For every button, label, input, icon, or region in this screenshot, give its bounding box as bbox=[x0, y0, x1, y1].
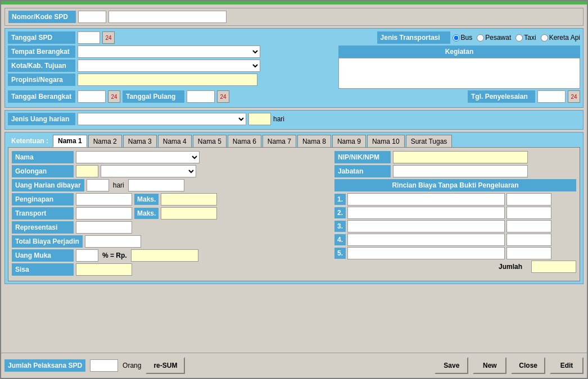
tgl-penyelesaian-calendar[interactable]: 24 bbox=[568, 90, 580, 103]
rincian-desc-4[interactable] bbox=[347, 234, 505, 246]
hari-label: hari bbox=[273, 115, 284, 123]
radio-pesawat[interactable]: Pesawat bbox=[477, 34, 511, 42]
main-top-panel: Tanggal SPD 24 Jenis Transportasi Bus Pe… bbox=[4, 28, 584, 108]
kegiatan-label: Kegiatan bbox=[338, 45, 580, 58]
tab-nama10[interactable]: Nama 10 bbox=[367, 135, 405, 147]
tab-nama6[interactable]: Nama 6 bbox=[228, 135, 261, 147]
tgl-penyelesaian-label: Tgl. Penyelesaian bbox=[468, 90, 535, 103]
tabs-panel: Ketentuan : Nama 1 Nama 2 Nama 3 Nama 4 … bbox=[4, 132, 584, 284]
tanggal-spd-calendar[interactable]: 24 bbox=[102, 31, 115, 44]
uang-dibayar-hari: hari bbox=[113, 181, 124, 189]
pct-rp-label: % = Rp. bbox=[102, 252, 127, 259]
penginapan-maks-input[interactable] bbox=[161, 193, 217, 206]
uang-dibayar-input[interactable] bbox=[87, 179, 109, 191]
transport-input[interactable] bbox=[76, 207, 132, 220]
tab-nama2[interactable]: Nama 2 bbox=[88, 135, 122, 147]
representasi-row: Representasi bbox=[12, 221, 330, 234]
sisa-input[interactable] bbox=[76, 263, 132, 276]
rincian-header: Rincian Biaya Tanpa Bukti Pengeluaran bbox=[334, 179, 576, 191]
golongan-input1[interactable] bbox=[76, 165, 98, 177]
total-biaya-row: Total Biaya Perjadin bbox=[12, 235, 330, 248]
tempat-berangkat-label: Tempat Berangkat bbox=[8, 45, 75, 58]
tanggal-berangkat-calendar[interactable]: 24 bbox=[108, 90, 120, 103]
kegiatan-textarea[interactable] bbox=[338, 58, 580, 89]
radio-keretaapi-label: Kereta Api bbox=[549, 34, 580, 42]
jumlah-pelaksana-input[interactable] bbox=[90, 359, 118, 372]
main-window: Nomor/Kode SPD Tanggal SPD 24 Jenis Tran… bbox=[0, 0, 588, 379]
radio-pesawat-input[interactable] bbox=[477, 34, 484, 42]
nama-select[interactable] bbox=[76, 151, 200, 163]
transport-row: Transport Maks. bbox=[12, 207, 330, 220]
uang-muka-pct[interactable] bbox=[76, 249, 98, 262]
rincian-val-3[interactable] bbox=[506, 220, 551, 232]
nama-label: Nama bbox=[12, 151, 74, 163]
tempat-kegiatan-row: Tempat Berangkat Kota/Kab. Tujuan Propin… bbox=[8, 45, 580, 90]
new-button[interactable]: New bbox=[473, 357, 506, 374]
tab-content-area: Nama Golongan Uang Hari bbox=[8, 147, 580, 281]
uang-dibayar-row: Uang Harian dibayar hari bbox=[12, 179, 330, 191]
spd-number-label: Nomor/Kode SPD bbox=[8, 11, 76, 23]
transport-maks-input[interactable] bbox=[161, 207, 217, 220]
representasi-input[interactable] bbox=[76, 221, 132, 234]
tanggal-pulang-input[interactable] bbox=[187, 90, 215, 103]
radio-taxi[interactable]: Taxi bbox=[515, 34, 536, 42]
spd-number-field1[interactable] bbox=[78, 11, 106, 23]
rincian-val-5[interactable] bbox=[506, 247, 551, 259]
propinsi-input[interactable] bbox=[78, 74, 257, 86]
rincian-desc-3[interactable] bbox=[347, 220, 505, 232]
save-button[interactable]: Save bbox=[435, 357, 468, 374]
jabatan-input[interactable] bbox=[393, 165, 528, 177]
kota-tujuan-select[interactable] bbox=[78, 60, 260, 72]
hari-value-input[interactable] bbox=[248, 113, 271, 125]
content-area: Nomor/Kode SPD Tanggal SPD 24 Jenis Tran… bbox=[1, 4, 587, 353]
radio-taxi-input[interactable] bbox=[515, 34, 523, 42]
golongan-select[interactable] bbox=[101, 165, 196, 177]
jenis-uang-select[interactable] bbox=[78, 113, 246, 125]
uang-muka-rp[interactable] bbox=[131, 249, 198, 262]
tempat-row: Tempat Berangkat bbox=[8, 45, 334, 58]
tanggal-spd-label: Tanggal SPD bbox=[8, 31, 75, 44]
rincian-row-2: 2. bbox=[334, 207, 576, 219]
radio-keretaapi[interactable]: Kereta Api bbox=[541, 34, 580, 42]
edit-button[interactable]: Edit bbox=[550, 357, 584, 374]
tab-nama3[interactable]: Nama 3 bbox=[123, 135, 157, 147]
left-form-col: Nama Golongan Uang Hari bbox=[12, 151, 330, 277]
radio-bus-input[interactable] bbox=[453, 34, 460, 42]
resum-button[interactable]: re-SUM bbox=[146, 357, 185, 374]
close-button[interactable]: Close bbox=[511, 357, 545, 374]
tanggal-spd-input[interactable] bbox=[78, 31, 100, 44]
spd-number-field2[interactable] bbox=[108, 11, 227, 23]
ketentuan-label: Ketentuan : bbox=[8, 135, 52, 147]
rincian-desc-5[interactable] bbox=[347, 247, 505, 259]
total-biaya-input[interactable] bbox=[85, 235, 141, 248]
jumlah-label: Jumlah bbox=[495, 261, 529, 273]
jumlah-pelaksana-label: Jumlah Pelaksana SPD bbox=[4, 359, 85, 372]
tgl-penyelesaian-input[interactable] bbox=[537, 90, 566, 103]
penginapan-input[interactable] bbox=[76, 193, 132, 206]
tab-surat-tugas[interactable]: Surat Tugas bbox=[406, 135, 453, 147]
tempat-berangkat-select[interactable] bbox=[78, 45, 260, 58]
rincian-val-4[interactable] bbox=[506, 234, 551, 246]
kegiatan-col: Kegiatan bbox=[338, 45, 580, 90]
uang-dibayar-total[interactable] bbox=[128, 179, 184, 191]
tab-nama8[interactable]: Nama 8 bbox=[297, 135, 331, 147]
rincian-desc-2[interactable] bbox=[347, 207, 505, 219]
tab-nama1[interactable]: Nama 1 bbox=[53, 135, 87, 147]
tanggal-pulang-calendar[interactable]: 24 bbox=[217, 90, 229, 103]
radio-bus-label: Bus bbox=[461, 34, 473, 42]
nip-input[interactable] bbox=[393, 151, 528, 163]
total-biaya-label: Total Biaya Perjadin bbox=[12, 235, 83, 248]
rincian-val-1[interactable] bbox=[506, 193, 551, 206]
uang-harian-row: Jenis Uang harian hari bbox=[8, 113, 580, 125]
tab-nama4[interactable]: Nama 4 bbox=[158, 135, 192, 147]
jumlah-input[interactable] bbox=[531, 261, 576, 273]
radio-bus[interactable]: Bus bbox=[453, 34, 473, 42]
tab-nama9[interactable]: Nama 9 bbox=[332, 135, 366, 147]
radio-keretaapi-input[interactable] bbox=[541, 34, 548, 42]
rincian-val-2[interactable] bbox=[506, 207, 551, 219]
tanggal-berangkat-input[interactable] bbox=[78, 90, 106, 103]
tab-nama7[interactable]: Nama 7 bbox=[263, 135, 296, 147]
propinsi-row: Propinsi/Negara bbox=[8, 74, 334, 86]
rincian-desc-1[interactable] bbox=[347, 193, 505, 206]
tab-nama5[interactable]: Nama 5 bbox=[193, 135, 227, 147]
